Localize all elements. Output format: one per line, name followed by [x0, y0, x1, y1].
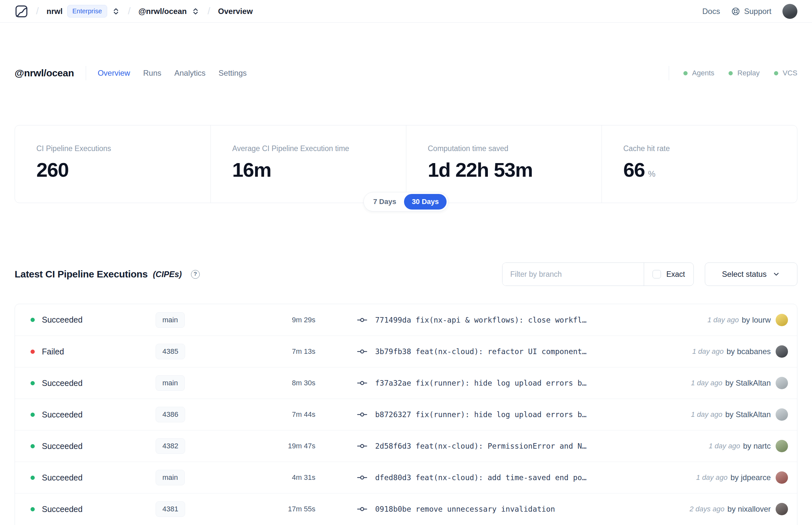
top-nav-bar: / nrwl Enterprise / @nrwl/ocean — [0, 0, 812, 23]
duration: 19m 47s — [260, 442, 316, 450]
cipe-row[interactable]: Failed 4385 7m 13s 3b79fb38 feat(nx-clou… — [15, 335, 797, 367]
status-label: Succeeded — [42, 315, 82, 325]
help-icon[interactable]: ? — [191, 270, 200, 279]
tab-analytics[interactable]: Analytics — [174, 69, 205, 78]
commit-cell: 771499da fix(nx-api & workflows): close … — [357, 315, 707, 325]
stat-value: 1d 22h 53m — [428, 158, 595, 181]
support-link[interactable]: Support — [731, 7, 771, 16]
stat-label: CI Pipeline Executions — [36, 144, 204, 153]
branch-cell: 4386 — [156, 407, 260, 422]
status-cell: Succeeded — [31, 378, 156, 388]
commit-message: 2d58f6d3 feat(nx-cloud): PermissionError… — [375, 442, 586, 450]
cipe-row[interactable]: Succeeded main 9m 29s 771499da fix(nx-ap… — [15, 304, 797, 335]
breadcrumb-workspace[interactable]: @nrwl/ocean — [138, 7, 200, 16]
docs-label: Docs — [702, 7, 720, 16]
user-avatar[interactable] — [782, 4, 797, 19]
author-avatar[interactable] — [776, 408, 788, 421]
status-label: Succeeded — [42, 441, 82, 451]
git-commit-icon — [357, 504, 367, 514]
cipe-row[interactable]: Succeeded 4382 19m 47s 2d58f6d3 feat(nx-… — [15, 430, 797, 462]
service-status-replay[interactable]: Replay — [729, 69, 760, 77]
nx-cloud-overview-page: / nrwl Enterprise / @nrwl/ocean — [0, 0, 812, 525]
time-ago: 1 day ago — [692, 347, 724, 356]
workspace-title: @nrwl/ocean — [15, 68, 74, 79]
author-avatar[interactable] — [776, 471, 788, 484]
author-avatar[interactable] — [776, 377, 788, 389]
cipe-row[interactable]: Succeeded main 8m 30s f37a32ae fix(runne… — [15, 367, 797, 399]
author-name: by StalkAltan — [725, 378, 771, 388]
org-name: nrwl — [46, 7, 62, 16]
time-ago: 2 days ago — [690, 505, 725, 513]
author-cell: 1 day ago by jdpearce — [696, 471, 788, 484]
cipe-title-group: Latest CI Pipeline Executions (CIPEs) ? — [15, 269, 200, 280]
author-name: by jdpearce — [731, 473, 771, 482]
branch-badge[interactable]: main — [156, 375, 185, 391]
org-switcher-chevrons-icon[interactable] — [112, 7, 120, 16]
service-status-agents[interactable]: Agents — [684, 69, 715, 77]
toggle-30-days[interactable]: 30 Days — [404, 194, 447, 210]
branch-badge[interactable]: main — [156, 470, 185, 485]
branch-badge[interactable]: 4381 — [156, 501, 185, 517]
breadcrumb-org[interactable]: nrwl Enterprise — [46, 5, 120, 17]
duration: 7m 44s — [260, 410, 316, 419]
status-dot-icon — [31, 381, 35, 385]
toggle-7-days[interactable]: 7 Days — [365, 194, 404, 210]
author-name: by StalkAltan — [725, 410, 771, 419]
section-title: Latest CI Pipeline Executions — [15, 269, 148, 280]
branch-filter-input[interactable] — [503, 263, 644, 286]
branch-cell: 4382 — [156, 438, 260, 454]
time-ago: 1 day ago — [707, 316, 739, 324]
stat-value: 260 — [36, 158, 204, 181]
divider — [86, 66, 86, 80]
status-label: Failed — [42, 347, 64, 356]
enterprise-badge: Enterprise — [67, 5, 107, 17]
exact-match-toggle[interactable]: Exact — [644, 270, 693, 279]
breadcrumb-separator: / — [208, 5, 210, 17]
status-dot-icon — [31, 412, 35, 417]
tab-settings[interactable]: Settings — [219, 69, 247, 78]
cipe-row[interactable]: Succeeded 4381 17m 55s 0918b0be remove u… — [15, 493, 797, 525]
date-range-toggle: 7 Days 30 Days — [364, 192, 448, 211]
workspace-name: @nrwl/ocean — [138, 7, 187, 16]
service-status-vcs[interactable]: VCS — [774, 69, 797, 77]
docs-link[interactable]: Docs — [702, 7, 720, 16]
author-name: by bcabanes — [726, 347, 771, 356]
workspace-switcher-chevrons-icon[interactable] — [191, 7, 200, 16]
git-commit-icon — [357, 472, 367, 483]
commit-message: 3b79fb38 feat(nx-cloud): refactor UI com… — [375, 347, 586, 356]
cipe-row[interactable]: Succeeded 4386 7m 44s b8726327 fix(runne… — [15, 399, 797, 430]
status-select-label: Select status — [722, 270, 767, 279]
status-dot-icon — [684, 71, 688, 75]
commit-cell: b8726327 fix(runner): hide log upload er… — [357, 409, 691, 420]
author-avatar[interactable] — [776, 314, 788, 326]
cipe-row[interactable]: Succeeded main 4m 31s dfed80d3 feat(nx-c… — [15, 462, 797, 493]
branch-cell: 4381 — [156, 501, 260, 517]
chevron-down-icon — [772, 270, 780, 278]
branch-badge[interactable]: main — [156, 312, 185, 328]
author-avatar[interactable] — [776, 345, 788, 358]
stat-label: Average CI Pipeline Execution time — [232, 144, 399, 153]
tab-overview[interactable]: Overview — [98, 69, 130, 78]
author-cell: 1 day ago by bcabanes — [692, 345, 788, 358]
branch-badge[interactable]: 4385 — [156, 344, 185, 359]
nx-cloud-logo-icon[interactable] — [15, 4, 28, 18]
stat-computation-time-saved: Computation time saved 1d 22h 53m — [406, 125, 601, 203]
service-status-list: Agents Replay VCS — [684, 69, 797, 77]
duration: 7m 13s — [260, 347, 316, 356]
exact-checkbox[interactable] — [653, 270, 661, 279]
status-select-button[interactable]: Select status — [705, 262, 797, 286]
status-cell: Succeeded — [31, 473, 156, 482]
stat-ci-pipeline-executions: CI Pipeline Executions 260 — [15, 125, 211, 203]
author-avatar[interactable] — [776, 440, 788, 452]
commit-message: b8726327 fix(runner): hide log upload er… — [375, 410, 586, 419]
cipe-filters: Exact Select status — [502, 262, 797, 286]
branch-badge[interactable]: 4382 — [156, 438, 185, 454]
branch-badge[interactable]: 4386 — [156, 407, 185, 422]
author-name: by lourw — [742, 315, 771, 325]
stat-value: 66% — [623, 158, 791, 181]
status-dot-icon — [31, 476, 35, 480]
author-avatar[interactable] — [776, 503, 788, 515]
git-commit-icon — [357, 409, 367, 420]
support-label: Support — [744, 7, 771, 16]
tab-runs[interactable]: Runs — [143, 69, 162, 78]
